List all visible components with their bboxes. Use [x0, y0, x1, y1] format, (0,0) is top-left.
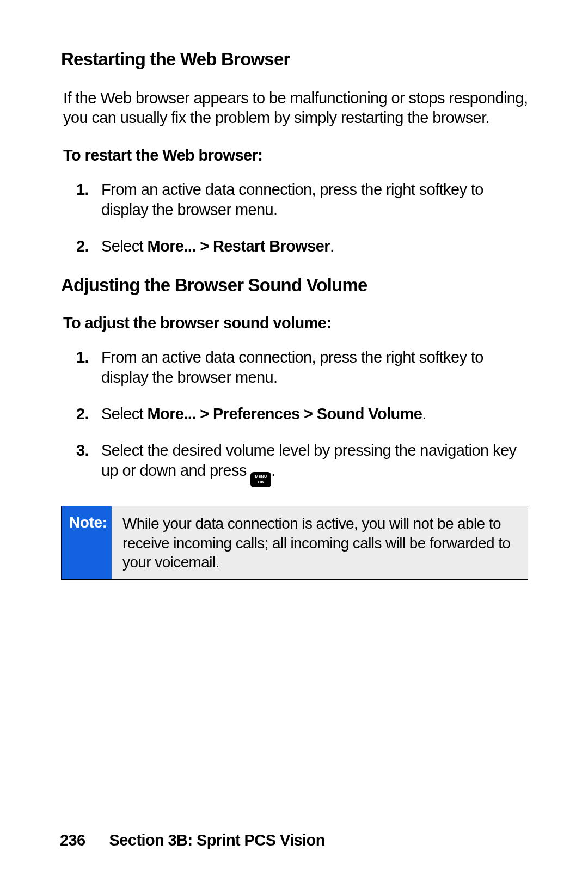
heading-volume: Adjusting the Browser Sound Volume [61, 275, 528, 296]
step-text: . [330, 237, 334, 255]
menu-path: More... > Preferences > Sound Volume [147, 405, 422, 422]
section-title: Section 3B: Sprint PCS Vision [109, 831, 325, 849]
step-item: Select the desired volume level by press… [101, 440, 528, 487]
step-item: Select More... > Restart Browser. [101, 236, 528, 256]
note-label: Note: [62, 506, 112, 579]
page-footer: 236Section 3B: Sprint PCS Vision [60, 831, 325, 849]
note-box: Note: While your data connection is acti… [61, 506, 528, 580]
step-item: From an active data connection, press th… [101, 347, 528, 388]
document-page: Restarting the Web Browser If the Web br… [0, 0, 588, 882]
page-number: 236 [60, 831, 85, 849]
subhead-volume: To adjust the browser sound volume: [63, 314, 528, 332]
step-text: . [271, 462, 275, 479]
steps-restart: From an active data connection, press th… [63, 180, 528, 256]
menu-ok-key-icon: MENUOK [250, 472, 271, 487]
step-text: Select the desired volume level by press… [101, 442, 516, 479]
steps-volume: From an active data connection, press th… [63, 347, 528, 487]
step-item: Select More... > Preferences > Sound Vol… [101, 404, 528, 424]
step-text: . [422, 405, 426, 422]
step-text: Select [101, 237, 147, 255]
note-body: While your data connection is active, yo… [112, 506, 528, 579]
step-item: From an active data connection, press th… [101, 180, 528, 220]
icon-line1: MENU [255, 474, 267, 480]
menu-path: More... > Restart Browser [147, 237, 330, 255]
icon-line2: OK [258, 480, 265, 485]
intro-paragraph: If the Web browser appears to be malfunc… [63, 88, 528, 128]
subhead-restart: To restart the Web browser: [63, 146, 528, 164]
step-text: Select [101, 405, 147, 422]
heading-restarting: Restarting the Web Browser [61, 49, 528, 70]
